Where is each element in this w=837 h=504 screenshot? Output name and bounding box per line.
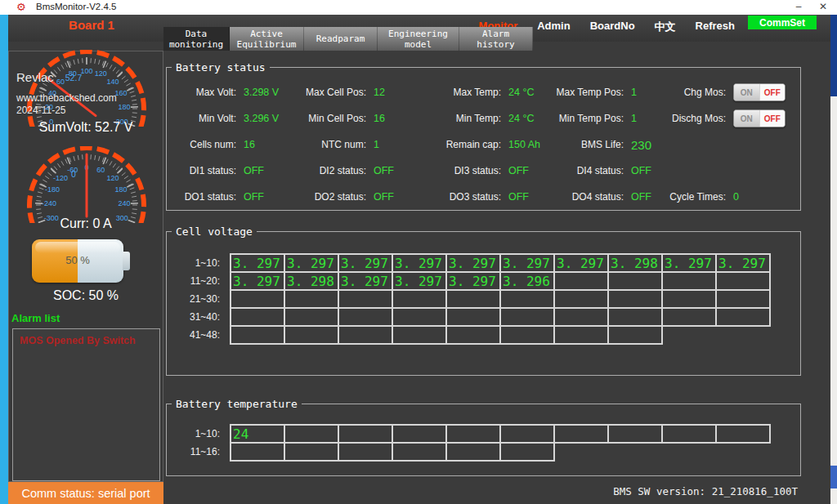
value-cell (716, 272, 770, 290)
table-row: 41~48: (168, 326, 770, 344)
commset-button[interactable]: CommSet (748, 16, 817, 29)
menu-item-[interactable]: 中文 (655, 20, 676, 34)
value-cell (662, 425, 716, 443)
value-cell (500, 443, 554, 461)
value-cell (554, 290, 608, 308)
dischg-mos-label: Dischg Mos: (665, 113, 726, 124)
value-cell: 3. 297 (392, 254, 446, 272)
tab-active-equilibrium[interactable]: Active Equilibrium (230, 27, 304, 51)
battery-terminal (123, 252, 130, 270)
battery-temperature-panel: Battery temperature 1~10:2411~16: (166, 404, 801, 476)
max-cell-pos-value: 12 (374, 87, 385, 98)
min-temp-value: 24 °C (508, 113, 534, 124)
row-label: 11~16: (168, 443, 231, 461)
value-cell (446, 443, 500, 461)
screen: ⚙ BmsMonitor-V2.4.5 – ✕ Board 1 MonitorA… (0, 0, 837, 504)
do1-status-label: DO1 status: (171, 191, 236, 203)
value-cell (446, 326, 500, 344)
value-cell (608, 425, 662, 443)
value-cell (446, 290, 500, 308)
row-label: 11~20: (168, 272, 231, 290)
svg-text:100: 100 (80, 67, 92, 75)
cycle-times-label: Cycle Times: (665, 191, 726, 203)
value-cell (500, 308, 554, 326)
do3-status-label: DO3 status: (424, 191, 501, 203)
svg-text:160: 160 (115, 89, 128, 97)
max-temp-label: Max Temp: (424, 87, 501, 98)
value-cell (284, 308, 338, 326)
value-cell: 3. 298 (608, 254, 662, 272)
close-button[interactable]: ✕ (812, 0, 834, 15)
min-cell-pos-value: 16 (374, 113, 385, 124)
do1-status-value: OFF (244, 191, 264, 203)
value-cell (284, 326, 338, 344)
do4-status-label: DO4 status: (547, 191, 624, 203)
svg-text:-240: -240 (42, 199, 56, 207)
max-temp-pos-label: Max Temp Pos: (547, 87, 624, 98)
app-window: Board 1 MonitorAdminBoardNo中文Refresh Com… (8, 15, 830, 504)
value-cell: 3. 297 (231, 272, 284, 290)
table-row: 11~16: (168, 443, 770, 461)
switch-off-segment[interactable]: OFF (760, 110, 786, 127)
value-cell (716, 425, 770, 443)
switch-on-segment[interactable]: ON (734, 110, 760, 127)
value-cell (554, 326, 608, 344)
sidebar: Revlac www.thebackshed.com 2024-11-25 02… (8, 51, 163, 482)
di2-status-value: OFF (374, 165, 394, 176)
menu-item-refresh[interactable]: Refresh (696, 20, 735, 34)
tabbar: Data monitoringActive EquilibriumReadpar… (163, 27, 533, 51)
soc-label: SOC: 50 % (9, 288, 163, 303)
switch-off-segment[interactable]: OFF (760, 84, 786, 100)
app-title: BmsMonitor-V2.4.5 (36, 2, 116, 11)
value-cell (608, 272, 662, 290)
svg-text:40: 40 (48, 89, 56, 97)
menu-item-boardno[interactable]: BoardNo (590, 20, 635, 34)
do2-status-value: OFF (374, 191, 394, 203)
dischg-mos-switch[interactable]: ONOFF (733, 109, 786, 127)
menu-item-admin[interactable]: Admin (537, 20, 570, 34)
min-volt-label: Min Volt: (171, 113, 236, 124)
bms-life-label: BMS Life: (547, 139, 624, 150)
value-cell: 3. 297 (338, 254, 392, 272)
status-row: Cells num:16NTC num:1Remain cap:150 AhBM… (167, 132, 800, 158)
min-volt-value: 3.296 V (244, 113, 279, 124)
ntc-num-value: 1 (374, 139, 379, 150)
value-cell (662, 290, 716, 308)
value-cell: 3. 297 (231, 254, 284, 272)
tab-data-monitoring[interactable]: Data monitoring (163, 27, 230, 51)
value-cell (338, 425, 392, 443)
tab-alarm-history[interactable]: Alarm history (459, 27, 533, 51)
value-cell (284, 443, 338, 461)
row-label: 21~30: (168, 290, 231, 308)
di1-status-value: OFF (244, 165, 264, 176)
value-cell: 3. 297 (554, 254, 608, 272)
value-cell (392, 308, 446, 326)
value-cell (716, 308, 770, 326)
value-cell (338, 326, 392, 344)
alarm-list-title: Alarm list (11, 312, 60, 324)
switch-on-segment[interactable]: ON (734, 84, 760, 100)
cells-num-label: Cells num: (171, 139, 236, 150)
bms-sw-version: BMS SW version: 21_210816_100T (613, 485, 798, 497)
di4-status-label: DI4 status: (547, 165, 624, 176)
di1-status-label: DI1 status: (171, 165, 236, 176)
remain-cap-label: Remain cap: (424, 139, 501, 150)
di3-status-value: OFF (508, 165, 529, 176)
table-row: 11~20:3. 2973. 2983. 2973. 2973. 2973. 2… (168, 272, 770, 290)
value-cell (231, 308, 284, 326)
do2-status-label: DO2 status: (298, 191, 366, 203)
battery-status-panel: Battery status Max Volt:3.298 VMax Cell … (166, 67, 801, 211)
value-cell (608, 308, 662, 326)
row-label: 1~10: (168, 254, 231, 272)
tab-engineering-model[interactable]: Engineering model (378, 27, 459, 51)
max-volt-label: Max Volt: (171, 87, 236, 98)
svg-text:120: 120 (95, 69, 107, 78)
value-cell (554, 425, 608, 443)
minimize-button[interactable]: – (788, 0, 809, 15)
ntc-num-label: NTC num: (298, 139, 366, 150)
chg-mos-switch[interactable]: ONOFF (733, 83, 786, 101)
tab-readparam[interactable]: Readparam (304, 27, 378, 51)
cell-voltage-table: 1~10:3. 2973. 2973. 2973. 2973. 2973. 29… (168, 253, 771, 345)
value-cell (554, 272, 608, 290)
value-cell: 3. 297 (284, 254, 338, 272)
